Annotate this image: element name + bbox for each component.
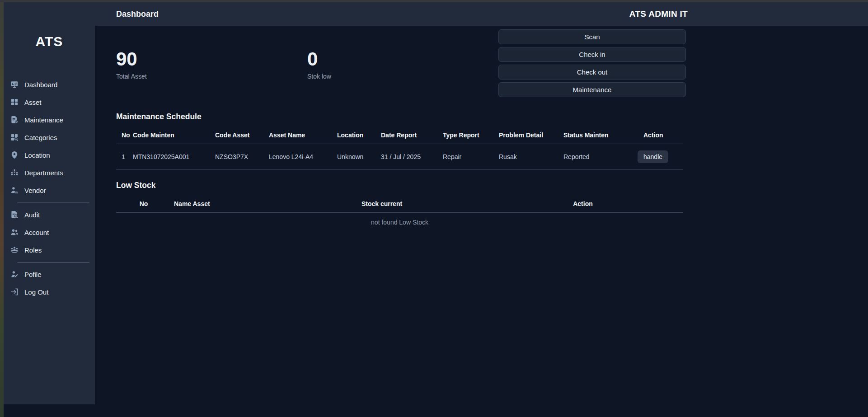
column-header: Asset Name: [269, 127, 337, 144]
sidebar-item-label: Departments: [24, 169, 63, 177]
window-top-strip: [0, 0, 868, 2]
sidebar-item-maintenance[interactable]: Maintenance: [4, 113, 95, 127]
cell-status-mainten: Reported: [563, 144, 643, 170]
sidebar-item-logout[interactable]: Log Out: [4, 285, 95, 299]
empty-row: not found Low Stock: [116, 213, 683, 232]
column-header: No: [116, 196, 174, 213]
table-header-row: No Name Asset Stock current Action: [116, 196, 683, 213]
column-header: Location: [337, 127, 381, 144]
cell-code-asset: NZSO3P7X: [215, 144, 269, 170]
sidebar-item-location[interactable]: Location: [4, 148, 95, 162]
handle-button[interactable]: handle: [638, 150, 668, 163]
maintenance-button[interactable]: Maintenance: [498, 82, 686, 97]
stat-value: 0: [307, 50, 498, 69]
sidebar-item-departments[interactable]: Departments: [4, 166, 95, 179]
cell-location: Unknown: [337, 144, 381, 170]
main-content: 90 Total Asset 0 Stok low Scan Check in …: [95, 26, 868, 417]
dashboard-icon: [10, 80, 19, 89]
stat-total-asset: 90 Total Asset: [116, 50, 307, 100]
sidebar-item-asset[interactable]: Asset: [4, 95, 95, 109]
column-header: Date Report: [381, 127, 443, 144]
page-title: Dashboard: [116, 9, 159, 19]
cell-code-mainten: MTN31072025A001: [133, 144, 215, 170]
scan-button[interactable]: Scan: [498, 29, 686, 44]
cell-asset-name: Lenovo L24i-A4: [269, 144, 337, 170]
sidebar-item-label: Audit: [24, 211, 40, 219]
roles-icon: [10, 245, 19, 254]
sidebar: ATS Dashboard Asset Maintenance Categori…: [4, 2, 95, 404]
check-in-button[interactable]: Check in: [498, 47, 686, 62]
maintenance-schedule-table: No Code Mainten Code Asset Asset Name Lo…: [116, 127, 683, 170]
screen-edge-strip: [0, 0, 4, 417]
app-logo: ATS: [4, 34, 95, 49]
sidebar-item-label: Location: [24, 151, 50, 159]
logout-icon: [10, 287, 19, 296]
sidebar-divider: [17, 202, 89, 203]
sidebar-item-account[interactable]: Account: [4, 225, 95, 239]
column-header: Problem Detail: [499, 127, 563, 144]
sidebar-item-roles[interactable]: Roles: [4, 243, 95, 257]
table-header-row: No Code Mainten Code Asset Asset Name Lo…: [116, 127, 683, 144]
sidebar-item-label: Maintenance: [24, 116, 63, 124]
sidebar-item-dashboard[interactable]: Dashboard: [4, 78, 95, 91]
column-header: No: [116, 127, 133, 144]
sidebar-item-audit[interactable]: Audit: [4, 208, 95, 221]
sidebar-item-label: Dashboard: [24, 81, 57, 89]
low-stock-table: No Name Asset Stock current Action not f…: [116, 196, 683, 232]
cell-type-report: Repair: [443, 144, 499, 170]
column-header: Code Mainten: [133, 127, 215, 144]
sidebar-item-label: Log Out: [24, 288, 48, 296]
top-header: Dashboard ATS ADMIN IT: [95, 2, 868, 26]
stat-label: Stok low: [307, 73, 498, 80]
column-header: Action: [643, 127, 683, 144]
cell-problem-detail: Rusak: [499, 144, 563, 170]
cell-action: handle: [643, 144, 683, 170]
asset-icon: [10, 98, 19, 107]
column-header: Name Asset: [174, 196, 281, 213]
sidebar-item-profile[interactable]: Pofile: [4, 267, 95, 281]
column-header: Code Asset: [215, 127, 269, 144]
column-header: Action: [485, 196, 683, 213]
audit-icon: [10, 210, 19, 219]
stats-row: 90 Total Asset 0 Stok low: [116, 29, 498, 100]
quick-actions: Scan Check in Check out Maintenance: [498, 29, 686, 100]
user-name: ATS ADMIN IT: [629, 9, 688, 19]
stat-stock-low: 0 Stok low: [307, 50, 498, 100]
sidebar-divider: [17, 262, 89, 263]
sidebar-nav: Dashboard Asset Maintenance Categories L: [4, 78, 95, 299]
sidebar-item-vendor[interactable]: Vendor: [4, 183, 95, 197]
column-header: Type Report: [443, 127, 499, 144]
sidebar-item-label: Account: [24, 229, 49, 236]
vendor-icon: [10, 186, 19, 195]
categories-icon: [10, 133, 19, 142]
location-icon: [10, 150, 19, 159]
cell-no: 1: [116, 144, 133, 170]
sidebar-item-label: Vendor: [24, 187, 46, 194]
sidebar-item-label: Pofile: [24, 271, 42, 278]
column-header: Stock current: [281, 196, 485, 213]
maintenance-schedule-title: Maintenance Schedule: [116, 112, 685, 122]
cell-date-report: 31 / Jul / 2025: [381, 144, 443, 170]
profile-icon: [10, 270, 19, 279]
account-icon: [10, 228, 19, 237]
check-out-button[interactable]: Check out: [498, 65, 686, 80]
sidebar-item-label: Categories: [24, 134, 57, 141]
stat-value: 90: [116, 50, 307, 69]
sidebar-item-categories[interactable]: Categories: [4, 131, 95, 144]
departments-icon: [10, 168, 19, 177]
table-row: 1 MTN31072025A001 NZSO3P7X Lenovo L24i-A…: [116, 144, 683, 170]
column-header: Status Mainten: [563, 127, 643, 144]
stat-label: Total Asset: [116, 73, 307, 80]
sidebar-item-label: Roles: [24, 246, 42, 254]
low-stock-title: Low Stock: [116, 181, 685, 190]
sidebar-item-label: Asset: [24, 98, 42, 106]
low-stock-empty-message: not found Low Stock: [116, 213, 683, 232]
maintenance-icon: [10, 115, 19, 124]
